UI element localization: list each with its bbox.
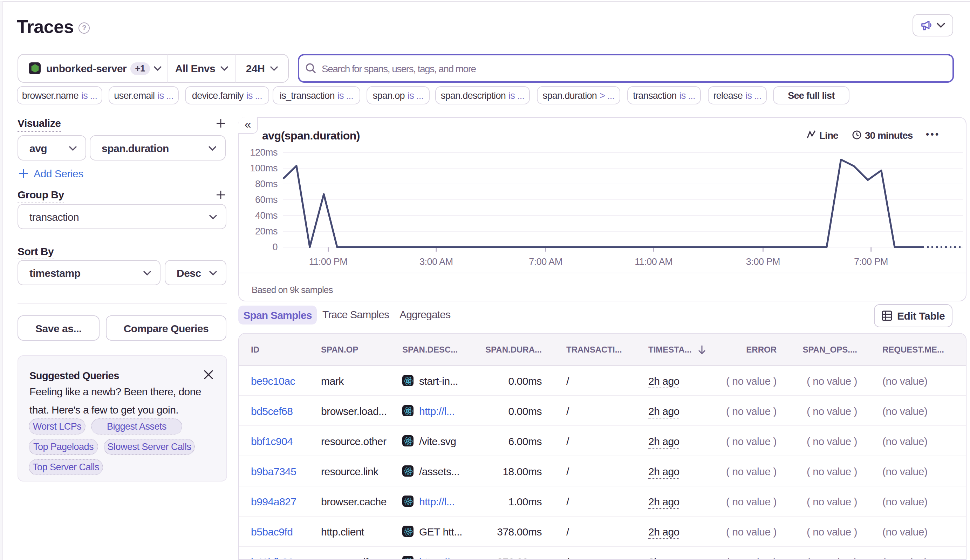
svg-text:40ms: 40ms bbox=[255, 210, 278, 221]
svg-text:120ms: 120ms bbox=[250, 147, 278, 158]
svg-text:20ms: 20ms bbox=[255, 226, 278, 237]
svg-text:0: 0 bbox=[272, 242, 278, 252]
svg-text:3:00 PM: 3:00 PM bbox=[746, 257, 780, 267]
svg-text:80ms: 80ms bbox=[255, 179, 278, 189]
svg-text:11:00 PM: 11:00 PM bbox=[309, 257, 348, 267]
svg-text:3:00 AM: 3:00 AM bbox=[420, 257, 453, 267]
svg-text:7:00 PM: 7:00 PM bbox=[854, 257, 888, 267]
svg-text:7:00 AM: 7:00 AM bbox=[529, 257, 562, 267]
svg-text:60ms: 60ms bbox=[255, 195, 278, 205]
svg-text:11:00 AM: 11:00 AM bbox=[635, 257, 672, 267]
svg-text:100ms: 100ms bbox=[250, 163, 278, 173]
